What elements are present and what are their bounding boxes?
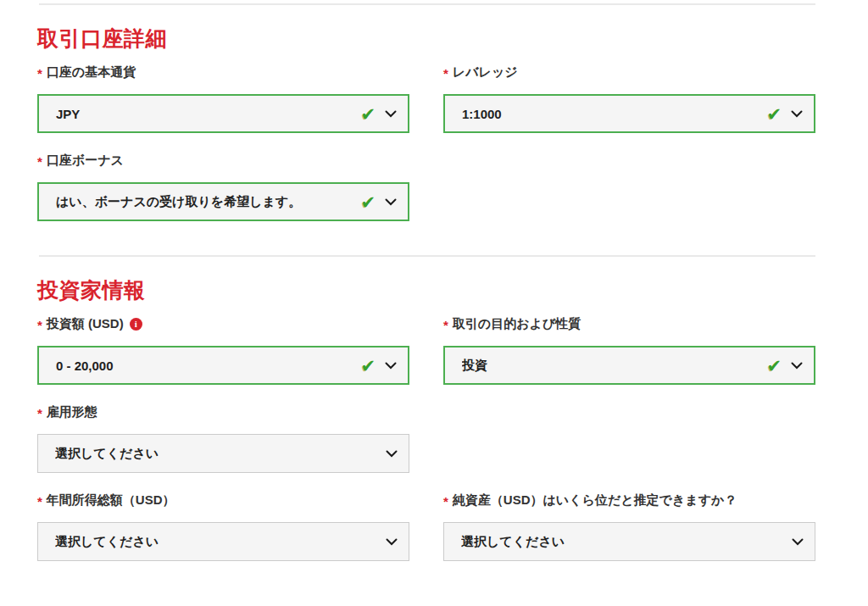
account-bonus-select[interactable]: はい、ボーナスの受け取りを希望します。 ✔ xyxy=(37,182,409,221)
label-text: 取引の目的および性質 xyxy=(453,315,581,332)
trading-account-grid: * 口座の基本通貨 JPY ✔ * レバレッジ 1:1000 ✔ xyxy=(37,64,815,221)
empty-grid-cell xyxy=(443,152,815,221)
investor-information-grid: * 投資額 (USD) i 0 - 20,000 ✔ * 取引の目的および性質 … xyxy=(37,315,815,561)
chevron-down-icon xyxy=(385,362,397,370)
account-bonus-label: * 口座ボーナス xyxy=(37,152,409,169)
chevron-down-icon xyxy=(385,198,397,206)
net-worth-select[interactable]: 選択してください xyxy=(443,522,815,561)
net-worth-label: * 純資産（USD）はいくら位だと推定できますか？ xyxy=(443,492,815,509)
selected-value: 1:1000 xyxy=(462,107,766,121)
label-text: 口座の基本通貨 xyxy=(47,64,136,81)
field-leverage: * レバレッジ 1:1000 ✔ xyxy=(443,64,815,133)
chevron-down-icon xyxy=(385,110,397,118)
field-net-worth: * 純資産（USD）はいくら位だと推定できますか？ 選択してください xyxy=(443,492,815,561)
valid-check-icon: ✔ xyxy=(360,357,376,375)
employment-status-select[interactable]: 選択してください xyxy=(37,434,409,473)
selected-value: 選択してください xyxy=(55,534,386,550)
required-asterisk: * xyxy=(443,493,448,510)
label-text: 年間所得総額（USD） xyxy=(47,492,175,509)
chevron-down-icon xyxy=(792,538,804,546)
selected-value: 0 - 20,000 xyxy=(56,359,360,373)
selected-value: 投資 xyxy=(462,358,766,374)
required-asterisk: * xyxy=(37,493,42,510)
label-text: 雇用形態 xyxy=(47,403,97,420)
section-divider xyxy=(39,255,815,257)
field-trading-purpose: * 取引の目的および性質 投資 ✔ xyxy=(443,315,815,385)
required-asterisk: * xyxy=(37,317,42,334)
section-title-investor-information: 投資家情報 xyxy=(37,277,815,303)
chevron-down-icon xyxy=(386,538,398,546)
selected-value: 選択してください xyxy=(55,446,386,462)
label-text: 口座ボーナス xyxy=(47,152,124,169)
base-currency-select[interactable]: JPY ✔ xyxy=(37,94,409,133)
account-registration-form: 取引口座詳細 * 口座の基本通貨 JPY ✔ * レバレッジ 1:1000 xyxy=(0,0,868,606)
trading-purpose-select[interactable]: 投資 ✔ xyxy=(443,346,815,385)
info-icon[interactable]: i xyxy=(130,318,142,331)
label-text: 投資額 (USD) xyxy=(47,315,124,332)
annual-income-label: * 年間所得総額（USD） xyxy=(37,492,409,509)
field-account-bonus: * 口座ボーナス はい、ボーナスの受け取りを希望します。 ✔ xyxy=(37,152,409,221)
investment-amount-label: * 投資額 (USD) i xyxy=(37,315,409,332)
label-text: 純資産（USD）はいくら位だと推定できますか？ xyxy=(453,492,737,509)
chevron-down-icon xyxy=(791,110,803,118)
valid-check-icon: ✔ xyxy=(360,105,376,123)
valid-check-icon: ✔ xyxy=(766,105,782,123)
empty-grid-cell xyxy=(443,403,815,473)
chevron-down-icon xyxy=(791,362,803,370)
leverage-label: * レバレッジ xyxy=(443,64,815,81)
valid-check-icon: ✔ xyxy=(766,357,782,375)
selected-value: JPY xyxy=(56,107,360,121)
selected-value: 選択してください xyxy=(461,534,792,550)
required-asterisk: * xyxy=(37,153,42,170)
section-title-trading-account-details: 取引口座詳細 xyxy=(37,25,815,51)
label-text: レバレッジ xyxy=(453,64,518,81)
required-asterisk: * xyxy=(37,65,42,82)
employment-status-label: * 雇用形態 xyxy=(37,403,409,420)
field-investment-amount: * 投資額 (USD) i 0 - 20,000 ✔ xyxy=(37,315,409,385)
base-currency-label: * 口座の基本通貨 xyxy=(37,64,409,81)
leverage-select[interactable]: 1:1000 ✔ xyxy=(443,94,815,133)
required-asterisk: * xyxy=(37,405,42,422)
investment-amount-select[interactable]: 0 - 20,000 ✔ xyxy=(37,346,409,385)
required-asterisk: * xyxy=(443,317,448,334)
chevron-down-icon xyxy=(386,450,398,458)
valid-check-icon: ✔ xyxy=(360,193,376,211)
field-annual-income: * 年間所得総額（USD） 選択してください xyxy=(37,492,409,561)
trading-purpose-label: * 取引の目的および性質 xyxy=(443,315,815,332)
annual-income-select[interactable]: 選択してください xyxy=(37,522,409,561)
field-employment-status: * 雇用形態 選択してください xyxy=(37,403,409,473)
required-asterisk: * xyxy=(443,65,448,82)
top-divider xyxy=(39,3,815,5)
selected-value: はい、ボーナスの受け取りを希望します。 xyxy=(56,194,360,210)
field-base-currency: * 口座の基本通貨 JPY ✔ xyxy=(37,64,409,133)
